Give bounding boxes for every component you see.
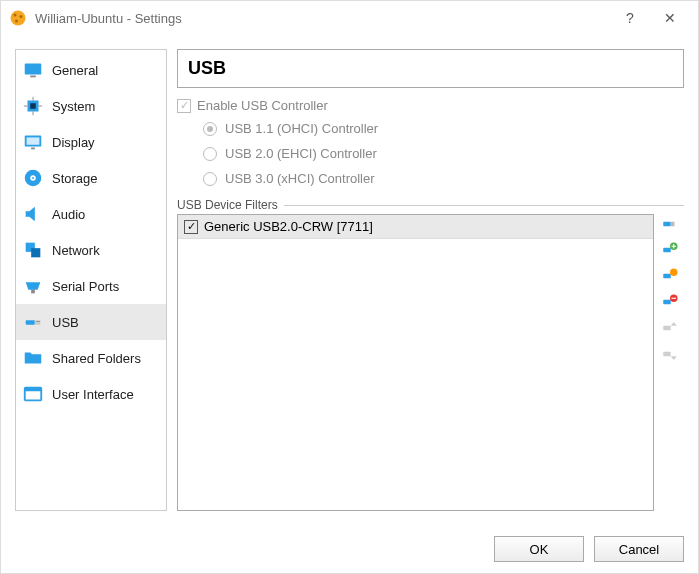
sidebar: General System Display Storage Audio Net… <box>15 49 167 511</box>
sidebar-item-label: Serial Ports <box>52 279 119 294</box>
radio-icon <box>203 122 217 136</box>
folder-icon <box>22 347 44 369</box>
svg-rect-28 <box>671 222 675 227</box>
disk-icon <box>22 167 44 189</box>
svg-rect-20 <box>31 290 35 294</box>
svg-rect-36 <box>663 352 671 357</box>
usb-icon <box>22 311 44 333</box>
chip-icon <box>22 95 44 117</box>
ui-icon <box>22 383 44 405</box>
main-panel: USB ✓ Enable USB Controller USB 1.1 (OHC… <box>177 49 684 511</box>
remove-filter-button[interactable] <box>660 292 680 312</box>
enable-usb-controller-checkbox[interactable]: ✓ Enable USB Controller <box>177 98 684 113</box>
move-filter-up-button[interactable] <box>660 318 680 338</box>
svg-point-2 <box>20 15 23 18</box>
usb-filter-item[interactable]: ✓ Generic USB2.0-CRW [7711] <box>178 215 653 239</box>
ok-button[interactable]: OK <box>494 536 584 562</box>
radio-icon <box>203 147 217 161</box>
close-button[interactable]: ✕ <box>650 10 690 26</box>
sidebar-item-display[interactable]: Display <box>16 124 166 160</box>
edit-filter-button[interactable] <box>660 266 680 286</box>
page-title: USB <box>177 49 684 88</box>
filter-area: ✓ Generic USB2.0-CRW [7711] <box>177 214 684 511</box>
sidebar-item-label: USB <box>52 315 79 330</box>
svg-rect-35 <box>663 326 671 331</box>
app-icon <box>9 9 27 27</box>
svg-rect-33 <box>663 300 671 305</box>
radio-usb-3-0[interactable]: USB 3.0 (xHCI) Controller <box>203 171 684 186</box>
sidebar-item-label: Audio <box>52 207 85 222</box>
network-icon <box>22 239 44 261</box>
svg-point-1 <box>14 14 17 17</box>
filters-label-row: USB Device Filters <box>177 198 684 212</box>
enable-label: Enable USB Controller <box>197 98 328 113</box>
filter-item-label: Generic USB2.0-CRW [7711] <box>204 219 373 234</box>
sidebar-item-network[interactable]: Network <box>16 232 166 268</box>
svg-rect-19 <box>31 248 40 257</box>
svg-rect-31 <box>663 274 671 279</box>
add-filter-from-device-button[interactable] <box>660 240 680 260</box>
svg-rect-14 <box>31 148 35 150</box>
sidebar-item-label: Display <box>52 135 95 150</box>
monitor-icon <box>22 59 44 81</box>
sidebar-item-label: User Interface <box>52 387 134 402</box>
checkbox-icon[interactable]: ✓ <box>184 220 198 234</box>
svg-rect-5 <box>30 76 36 78</box>
filter-actions <box>660 214 684 511</box>
radio-icon <box>203 172 217 186</box>
svg-rect-29 <box>663 248 671 253</box>
cancel-button[interactable]: Cancel <box>594 536 684 562</box>
usb-filter-list[interactable]: ✓ Generic USB2.0-CRW [7711] <box>177 214 654 511</box>
svg-point-3 <box>15 20 18 23</box>
svg-rect-4 <box>25 64 42 75</box>
sidebar-item-audio[interactable]: Audio <box>16 196 166 232</box>
svg-rect-23 <box>37 321 38 322</box>
display-icon <box>22 131 44 153</box>
svg-rect-26 <box>25 388 42 392</box>
sidebar-item-label: General <box>52 63 98 78</box>
svg-rect-27 <box>663 222 671 227</box>
sidebar-item-usb[interactable]: USB <box>16 304 166 340</box>
body: General System Display Storage Audio Net… <box>1 35 698 525</box>
divider <box>284 205 684 206</box>
sidebar-item-label: Storage <box>52 171 98 186</box>
radio-label: USB 3.0 (xHCI) Controller <box>225 171 375 186</box>
sidebar-item-user-interface[interactable]: User Interface <box>16 376 166 412</box>
sidebar-item-shared-folders[interactable]: Shared Folders <box>16 340 166 376</box>
svg-point-0 <box>11 11 26 26</box>
settings-window: William-Ubuntu - Settings ? ✕ General Sy… <box>0 0 699 574</box>
window-title: William-Ubuntu - Settings <box>35 11 610 26</box>
svg-rect-22 <box>35 320 41 325</box>
svg-rect-13 <box>27 137 40 144</box>
svg-rect-21 <box>26 320 35 325</box>
sidebar-item-system[interactable]: System <box>16 88 166 124</box>
serial-icon <box>22 275 44 297</box>
sidebar-item-serial-ports[interactable]: Serial Ports <box>16 268 166 304</box>
footer: OK Cancel <box>1 525 698 573</box>
controller-radio-group: USB 1.1 (OHCI) Controller USB 2.0 (EHCI)… <box>203 121 684 186</box>
filters-label: USB Device Filters <box>177 198 278 212</box>
radio-usb-2-0[interactable]: USB 2.0 (EHCI) Controller <box>203 146 684 161</box>
sidebar-item-label: Network <box>52 243 100 258</box>
sidebar-item-label: Shared Folders <box>52 351 141 366</box>
svg-point-32 <box>670 269 678 277</box>
radio-label: USB 2.0 (EHCI) Controller <box>225 146 377 161</box>
speaker-icon <box>22 203 44 225</box>
radio-usb-1-1[interactable]: USB 1.1 (OHCI) Controller <box>203 121 684 136</box>
sidebar-item-label: System <box>52 99 95 114</box>
svg-rect-24 <box>39 321 40 322</box>
titlebar: William-Ubuntu - Settings ? ✕ <box>1 1 698 35</box>
svg-point-17 <box>32 177 34 179</box>
radio-label: USB 1.1 (OHCI) Controller <box>225 121 378 136</box>
add-empty-filter-button[interactable] <box>660 214 680 234</box>
sidebar-item-storage[interactable]: Storage <box>16 160 166 196</box>
svg-rect-7 <box>30 103 36 109</box>
checkbox-icon: ✓ <box>177 99 191 113</box>
help-button[interactable]: ? <box>610 10 650 26</box>
move-filter-down-button[interactable] <box>660 344 680 364</box>
sidebar-item-general[interactable]: General <box>16 52 166 88</box>
